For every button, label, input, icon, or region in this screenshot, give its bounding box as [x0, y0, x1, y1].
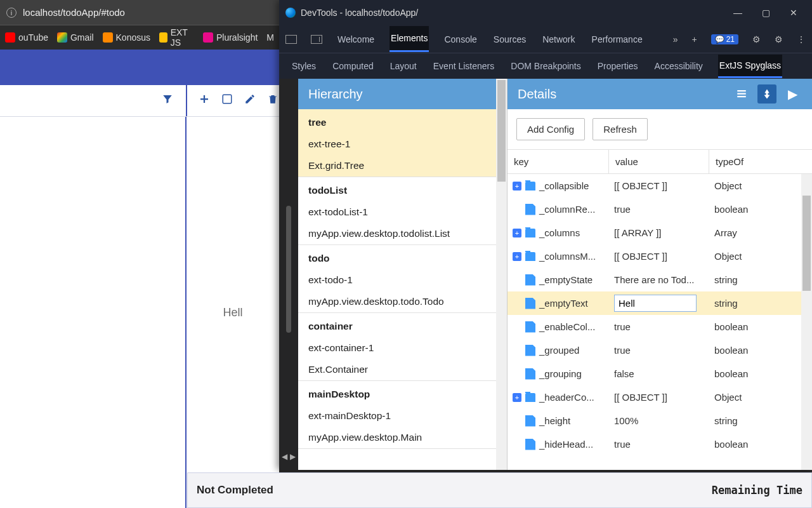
issues-badge[interactable]: 💬21 [711, 34, 738, 44]
hierarchy-group[interactable]: mainDesktopext-mainDesktop-1myApp.view.d… [298, 381, 507, 449]
grid-row[interactable]: +_groupingfalseboolean [508, 362, 812, 385]
trash-icon[interactable] [267, 93, 278, 108]
hierarchy-row[interactable]: mainDesktop [298, 381, 507, 405]
col-typeof[interactable]: typeOf [709, 150, 812, 173]
inspect-icon[interactable] [285, 35, 297, 44]
devtools-titlebar[interactable]: DevTools - localhost/todoApp/ — ▢ ✕ [279, 0, 812, 25]
col-value[interactable]: value [609, 150, 709, 173]
grid-row[interactable]: +_columnRe...trueboolean [508, 197, 812, 221]
grid-row[interactable]: +_headerCo...[[ OBJECT ]]Object [508, 385, 812, 409]
url-bar[interactable]: i localhost/todoApp/#todo [0, 0, 279, 25]
grid-row[interactable]: +_height100%string [508, 409, 812, 432]
tab-welcome[interactable]: Welcome [336, 27, 376, 51]
key-text: _height [539, 415, 570, 426]
info-icon[interactable]: i [6, 8, 16, 18]
expand-icon[interactable]: ▶ [783, 84, 802, 104]
youtube-icon [5, 32, 15, 43]
hierarchy-row[interactable]: ext-todoList-1 [298, 201, 507, 223]
tab-console[interactable]: Console [443, 27, 478, 51]
subtab-styles[interactable]: Styles [291, 55, 317, 77]
bookmark-m[interactable]: M [266, 32, 274, 43]
value-text: true [609, 439, 709, 450]
close-button[interactable]: ✕ [788, 8, 799, 18]
expand-icon[interactable]: + [513, 229, 521, 237]
hierarchy-row[interactable]: myApp.view.desktop.todolist.List [298, 223, 507, 244]
hierarchy-header: Hierarchy [298, 79, 507, 109]
hierarchy-row[interactable]: ext-tree-1 [298, 133, 507, 155]
subtab-computed[interactable]: Computed [331, 55, 375, 77]
details-scrollbar[interactable] [801, 174, 812, 470]
expand-icon[interactable]: + [513, 182, 521, 190]
todo-app: Hell [0, 50, 279, 508]
filter-icon[interactable] [162, 93, 173, 108]
tree-view-icon[interactable] [757, 84, 776, 104]
hierarchy-row[interactable]: todoList [298, 177, 507, 201]
settings-icon[interactable]: ⚙ [775, 34, 783, 44]
hierarchy-row[interactable]: ext-container-1 [298, 337, 507, 359]
edit-icon[interactable] [244, 93, 256, 108]
hierarchy-row[interactable]: container [298, 313, 507, 337]
more-tabs-icon[interactable]: » [673, 34, 678, 44]
hierarchy-group[interactable]: treeext-tree-1Ext.grid.Tree [298, 109, 507, 177]
hierarchy-scrollbar[interactable] [496, 79, 507, 470]
subtab-dom-breakpoints[interactable]: DOM Breakpoints [509, 55, 582, 77]
grid-row[interactable]: +_collapsible[[ OBJECT ]]Object [508, 174, 812, 197]
footer-remaining: Remaining Time [712, 484, 802, 497]
grid-row[interactable]: +_columns[[ ARRAY ]]Array [508, 221, 812, 244]
tab-performance[interactable]: Performance [591, 27, 644, 51]
hierarchy-row[interactable]: tree [298, 109, 507, 133]
gutter-scrollbar[interactable] [286, 206, 291, 333]
subtab-event-listeners[interactable]: Event Listeners [432, 55, 496, 77]
device-icon[interactable] [311, 35, 322, 44]
subtab-extjs-spyglass[interactable]: ExtJS Spyglass [718, 55, 782, 78]
hierarchy-group[interactable]: containerext-container-1Ext.Container [298, 313, 507, 381]
type-text: Object [709, 392, 812, 403]
hierarchy-row[interactable]: ext-mainDesktop-1 [298, 405, 507, 427]
subtab-properties[interactable]: Properties [596, 55, 639, 77]
bookmark-konosus[interactable]: Konosus [103, 32, 150, 43]
hierarchy-row[interactable]: Ext.Container [298, 359, 507, 380]
hierarchy-row[interactable]: ext-todo-1 [298, 269, 507, 291]
expand-icon[interactable]: + [513, 393, 521, 402]
bookmark-extjs[interactable]: EXT JS [159, 27, 194, 48]
refresh-button[interactable]: Refresh [593, 118, 648, 140]
tab-network[interactable]: Network [541, 27, 576, 51]
type-text: string [709, 274, 812, 285]
tab-sources[interactable]: Sources [492, 27, 527, 51]
hierarchy-group[interactable]: todoext-todo-1myApp.view.desktop.todo.To… [298, 245, 507, 313]
gutter-arrows[interactable]: ◀ ▶ [279, 452, 298, 461]
list-view-icon[interactable] [732, 84, 751, 104]
grid-body: +_collapsible[[ OBJECT ]]Object+_columnR… [508, 174, 812, 470]
edge-icon [285, 8, 296, 18]
plus-icon[interactable]: + [691, 34, 697, 44]
col-key[interactable]: key [508, 150, 609, 173]
tab-elements[interactable]: Elements [390, 26, 429, 52]
grid-row[interactable]: +_groupedtrueboolean [508, 338, 812, 362]
hierarchy-row[interactable]: Ext.grid.Tree [298, 155, 507, 177]
hierarchy-row[interactable]: myApp.view.desktop.Main [298, 427, 507, 448]
kebab-icon[interactable]: ⋮ [797, 34, 806, 44]
subtab-layout[interactable]: Layout [389, 55, 418, 77]
subtab-accessibility[interactable]: Accessibility [653, 55, 704, 77]
add-icon[interactable] [199, 93, 210, 108]
expand-icon[interactable]: + [513, 252, 521, 261]
checkbox-icon[interactable] [221, 93, 233, 108]
hierarchy-row[interactable]: myApp.view.desktop.todo.Todo [298, 291, 507, 312]
add-config-button[interactable]: Add Config [516, 118, 585, 140]
grid-row[interactable]: +_emptyStateThere are no Tod...string [508, 268, 812, 291]
minimize-button[interactable]: — [732, 8, 743, 18]
bookmark-youtube[interactable]: ouTube [5, 32, 48, 43]
grid-row[interactable]: +_enableCol...trueboolean [508, 315, 812, 338]
grid-row[interactable]: +_hideHead...trueboolean [508, 432, 812, 456]
settings-gear-icon[interactable]: ⚙ [752, 34, 761, 44]
grid-row[interactable]: +_columnsM...[[ OBJECT ]]Object [508, 244, 812, 268]
folder-icon [525, 252, 535, 261]
maximize-button[interactable]: ▢ [760, 8, 771, 18]
bookmark-pluralsight[interactable]: Pluralsight [203, 32, 258, 43]
hierarchy-row[interactable]: todo [298, 245, 507, 269]
grid-row[interactable]: +_emptyTextstring [508, 291, 812, 315]
details-header: Details ▶ [508, 79, 812, 109]
hierarchy-group[interactable]: todoListext-todoList-1myApp.view.desktop… [298, 177, 507, 245]
bookmark-gmail[interactable]: Gmail [57, 32, 94, 43]
value-input[interactable] [614, 295, 697, 312]
